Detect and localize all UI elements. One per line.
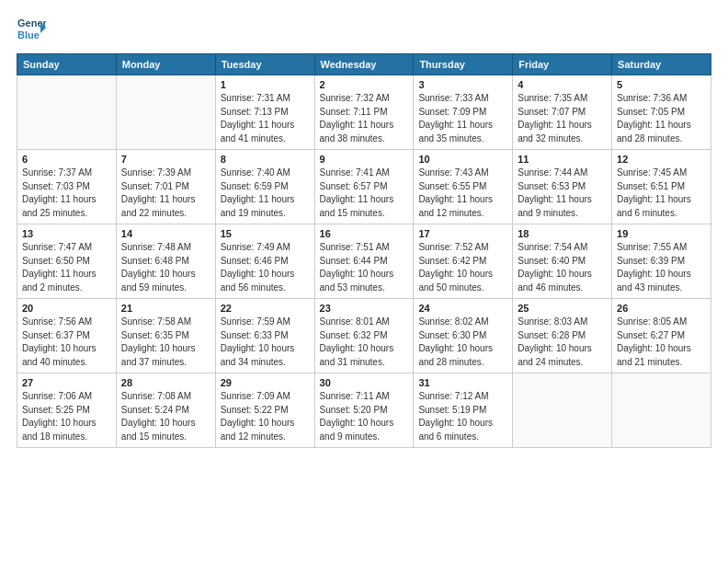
calendar-cell: 31Sunrise: 7:12 AM Sunset: 5:19 PM Dayli… (414, 373, 513, 448)
weekday-header-sunday: Sunday (17, 54, 117, 75)
cell-date-number: 25 (518, 303, 607, 314)
weekday-header-wednesday: Wednesday (314, 54, 414, 75)
calendar-header: SundayMondayTuesdayWednesdayThursdayFrid… (17, 54, 711, 75)
calendar-cell (17, 75, 117, 150)
cell-date-number: 16 (320, 228, 409, 239)
calendar-cell: 8Sunrise: 7:40 AM Sunset: 6:59 PM Daylig… (215, 150, 314, 224)
calendar-cell: 2Sunrise: 7:32 AM Sunset: 7:11 PM Daylig… (314, 75, 414, 150)
cell-date-number: 5 (617, 79, 706, 90)
cell-info-text: Sunrise: 7:55 AM Sunset: 6:39 PM Dayligh… (617, 241, 706, 294)
cell-info-text: Sunrise: 7:31 AM Sunset: 7:13 PM Dayligh… (221, 92, 310, 145)
cell-date-number: 26 (617, 303, 706, 314)
cell-date-number: 9 (320, 154, 409, 165)
calendar-cell: 15Sunrise: 7:49 AM Sunset: 6:46 PM Dayli… (215, 224, 314, 299)
cell-info-text: Sunrise: 7:59 AM Sunset: 6:33 PM Dayligh… (221, 316, 310, 369)
cell-date-number: 12 (617, 154, 706, 165)
cell-date-number: 15 (221, 228, 310, 239)
calendar-cell: 14Sunrise: 7:48 AM Sunset: 6:48 PM Dayli… (116, 224, 215, 299)
cell-date-number: 10 (418, 154, 507, 165)
calendar-cell (116, 75, 215, 150)
calendar-table: SundayMondayTuesdayWednesdayThursdayFrid… (17, 53, 711, 448)
cell-info-text: Sunrise: 7:06 AM Sunset: 5:25 PM Dayligh… (22, 390, 111, 443)
cell-info-text: Sunrise: 7:39 AM Sunset: 7:01 PM Dayligh… (121, 167, 210, 220)
weekday-header-thursday: Thursday (414, 54, 513, 75)
cell-date-number: 23 (320, 303, 409, 314)
cell-date-number: 28 (121, 377, 210, 388)
calendar-cell: 21Sunrise: 7:58 AM Sunset: 6:35 PM Dayli… (116, 299, 215, 373)
weekday-header-row: SundayMondayTuesdayWednesdayThursdayFrid… (17, 54, 711, 75)
calendar-cell: 9Sunrise: 7:41 AM Sunset: 6:57 PM Daylig… (314, 150, 414, 224)
cell-date-number: 4 (518, 79, 607, 90)
calendar-cell: 3Sunrise: 7:33 AM Sunset: 7:09 PM Daylig… (414, 75, 513, 150)
calendar-cell (612, 373, 711, 448)
calendar-cell: 10Sunrise: 7:43 AM Sunset: 6:55 PM Dayli… (414, 150, 513, 224)
cell-info-text: Sunrise: 8:03 AM Sunset: 6:28 PM Dayligh… (518, 316, 607, 369)
cell-date-number: 19 (617, 228, 706, 239)
calendar-cell: 24Sunrise: 8:02 AM Sunset: 6:30 PM Dayli… (414, 299, 513, 373)
weekday-header-saturday: Saturday (612, 54, 711, 75)
cell-info-text: Sunrise: 7:51 AM Sunset: 6:44 PM Dayligh… (320, 241, 409, 294)
weekday-header-monday: Monday (116, 54, 215, 75)
cell-date-number: 24 (418, 303, 507, 314)
logo-svg: General Blue (17, 15, 46, 44)
cell-info-text: Sunrise: 7:48 AM Sunset: 6:48 PM Dayligh… (121, 241, 210, 294)
cell-info-text: Sunrise: 8:01 AM Sunset: 6:32 PM Dayligh… (320, 316, 409, 369)
cell-info-text: Sunrise: 7:35 AM Sunset: 7:07 PM Dayligh… (518, 92, 607, 145)
cell-info-text: Sunrise: 7:33 AM Sunset: 7:09 PM Dayligh… (418, 92, 507, 145)
cell-info-text: Sunrise: 7:47 AM Sunset: 6:50 PM Dayligh… (22, 241, 111, 294)
calendar-cell: 5Sunrise: 7:36 AM Sunset: 7:05 PM Daylig… (612, 75, 711, 150)
calendar-cell: 1Sunrise: 7:31 AM Sunset: 7:13 PM Daylig… (215, 75, 314, 150)
calendar-cell: 29Sunrise: 7:09 AM Sunset: 5:22 PM Dayli… (215, 373, 314, 448)
calendar-cell: 7Sunrise: 7:39 AM Sunset: 7:01 PM Daylig… (116, 150, 215, 224)
calendar-week-row: 1Sunrise: 7:31 AM Sunset: 7:13 PM Daylig… (17, 75, 711, 150)
cell-date-number: 27 (22, 377, 111, 388)
calendar-cell (513, 373, 612, 448)
calendar-cell: 27Sunrise: 7:06 AM Sunset: 5:25 PM Dayli… (17, 373, 117, 448)
cell-date-number: 7 (121, 154, 210, 165)
calendar-cell: 16Sunrise: 7:51 AM Sunset: 6:44 PM Dayli… (314, 224, 414, 299)
cell-date-number: 21 (121, 303, 210, 314)
cell-date-number: 14 (121, 228, 210, 239)
cell-info-text: Sunrise: 7:32 AM Sunset: 7:11 PM Dayligh… (320, 92, 409, 145)
cell-info-text: Sunrise: 7:40 AM Sunset: 6:59 PM Dayligh… (221, 167, 310, 220)
calendar-cell: 6Sunrise: 7:37 AM Sunset: 7:03 PM Daylig… (17, 150, 117, 224)
calendar-cell: 25Sunrise: 8:03 AM Sunset: 6:28 PM Dayli… (513, 299, 612, 373)
cell-info-text: Sunrise: 7:49 AM Sunset: 6:46 PM Dayligh… (221, 241, 310, 294)
logo: General Blue (17, 15, 46, 44)
calendar-cell: 22Sunrise: 7:59 AM Sunset: 6:33 PM Dayli… (215, 299, 314, 373)
page: General Blue SundayMondayTuesdayWednesda… (0, 0, 728, 563)
calendar-cell: 26Sunrise: 8:05 AM Sunset: 6:27 PM Dayli… (612, 299, 711, 373)
cell-info-text: Sunrise: 7:44 AM Sunset: 6:53 PM Dayligh… (518, 167, 607, 220)
weekday-header-friday: Friday (513, 54, 612, 75)
calendar-cell: 13Sunrise: 7:47 AM Sunset: 6:50 PM Dayli… (17, 224, 117, 299)
calendar-cell: 19Sunrise: 7:55 AM Sunset: 6:39 PM Dayli… (612, 224, 711, 299)
cell-info-text: Sunrise: 7:56 AM Sunset: 6:37 PM Dayligh… (22, 316, 111, 369)
cell-info-text: Sunrise: 7:37 AM Sunset: 7:03 PM Dayligh… (22, 167, 111, 220)
cell-info-text: Sunrise: 7:52 AM Sunset: 6:42 PM Dayligh… (418, 241, 507, 294)
cell-date-number: 29 (221, 377, 310, 388)
cell-info-text: Sunrise: 7:36 AM Sunset: 7:05 PM Dayligh… (617, 92, 706, 145)
calendar-cell: 17Sunrise: 7:52 AM Sunset: 6:42 PM Dayli… (414, 224, 513, 299)
cell-date-number: 18 (518, 228, 607, 239)
calendar-cell: 11Sunrise: 7:44 AM Sunset: 6:53 PM Dayli… (513, 150, 612, 224)
cell-date-number: 8 (221, 154, 310, 165)
cell-info-text: Sunrise: 7:11 AM Sunset: 5:20 PM Dayligh… (320, 390, 409, 443)
cell-info-text: Sunrise: 7:58 AM Sunset: 6:35 PM Dayligh… (121, 316, 210, 369)
cell-info-text: Sunrise: 7:41 AM Sunset: 6:57 PM Dayligh… (320, 167, 409, 220)
calendar-cell: 12Sunrise: 7:45 AM Sunset: 6:51 PM Dayli… (612, 150, 711, 224)
cell-date-number: 20 (22, 303, 111, 314)
cell-date-number: 13 (22, 228, 111, 239)
cell-date-number: 22 (221, 303, 310, 314)
cell-info-text: Sunrise: 7:54 AM Sunset: 6:40 PM Dayligh… (518, 241, 607, 294)
cell-info-text: Sunrise: 7:12 AM Sunset: 5:19 PM Dayligh… (418, 390, 507, 443)
header: General Blue (17, 15, 711, 44)
cell-date-number: 11 (518, 154, 607, 165)
calendar-cell: 18Sunrise: 7:54 AM Sunset: 6:40 PM Dayli… (513, 224, 612, 299)
cell-info-text: Sunrise: 7:08 AM Sunset: 5:24 PM Dayligh… (121, 390, 210, 443)
svg-text:Blue: Blue (17, 29, 40, 40)
calendar-week-row: 20Sunrise: 7:56 AM Sunset: 6:37 PM Dayli… (17, 299, 711, 373)
calendar-week-row: 27Sunrise: 7:06 AM Sunset: 5:25 PM Dayli… (17, 373, 711, 448)
cell-info-text: Sunrise: 7:45 AM Sunset: 6:51 PM Dayligh… (617, 167, 706, 220)
calendar-cell: 20Sunrise: 7:56 AM Sunset: 6:37 PM Dayli… (17, 299, 117, 373)
calendar-body: 1Sunrise: 7:31 AM Sunset: 7:13 PM Daylig… (17, 75, 711, 448)
